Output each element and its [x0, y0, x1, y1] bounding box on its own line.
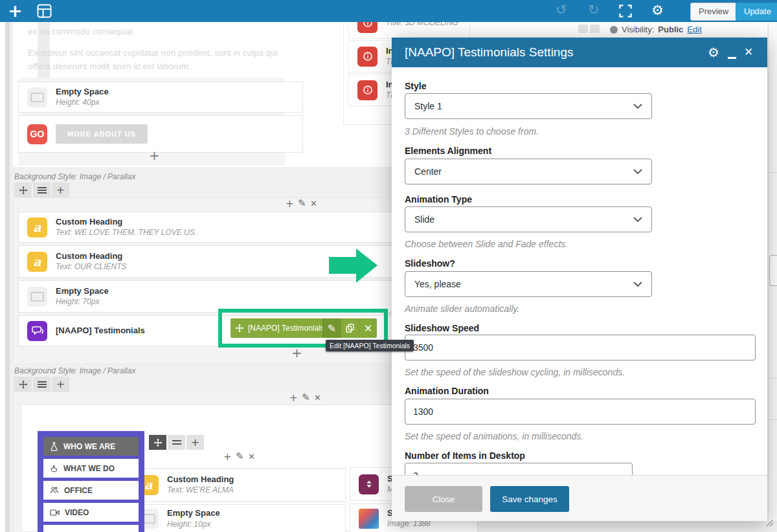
update-button[interactable]: Update	[736, 3, 777, 21]
menu-item-who-we-are[interactable]: WHO WE ARE	[43, 437, 139, 456]
edit-row-icon[interactable]: ✎	[302, 393, 310, 403]
chevron-down-icon	[633, 169, 642, 174]
slideshow-speed-input[interactable]	[405, 335, 756, 360]
add-widget-plus-icon[interactable]: +	[149, 149, 160, 162]
empty-space-icon	[27, 87, 47, 107]
background-style-label-1: Background Style: Image / Parallax	[14, 172, 135, 181]
page-left-strip	[5, 22, 10, 532]
empty-space-icon	[27, 287, 47, 307]
hand-tool-icon	[50, 464, 58, 473]
button-widget[interactable]: GO MORE ABOUT US	[18, 115, 303, 153]
custom-heading-widget-1[interactable]: a Custom Heading Text: WE LOVE THEM. THE…	[18, 212, 412, 243]
animation-type-select[interactable]: Slide	[405, 206, 652, 232]
visibility-edit-link[interactable]: Edit	[687, 25, 701, 34]
menu-item-video[interactable]: VIDEO	[43, 503, 139, 522]
minimize-icon[interactable]	[728, 57, 736, 59]
menu-item-label: WHO WE ARE	[63, 442, 115, 451]
move-cell-button[interactable]	[149, 435, 166, 450]
edit-row-icon[interactable]: ✎	[298, 199, 306, 208]
custom-heading-widget-3[interactable]: a Custom Heading Text: WE'RE ALMA	[130, 468, 346, 502]
more-about-us-button[interactable]: MORE ABOUT US	[56, 124, 148, 144]
green-pointer-arrow	[327, 247, 379, 285]
delete-row-icon[interactable]: ✕	[314, 393, 321, 402]
widget-title: Empty Space	[56, 87, 109, 97]
modal-close-icon[interactable]: ✕	[744, 45, 753, 58]
custom-heading-icon: a	[27, 252, 47, 272]
lorem-paragraph-2: Excepteur sint occaecat cupidatat non pr…	[28, 46, 282, 73]
lorem-line-1: ex ea commodo consequat.	[28, 25, 282, 38]
select-value: Yes, please	[414, 279, 461, 289]
page-left-margin	[0, 22, 5, 532]
input-fragment	[769, 255, 777, 286]
row-layout-button[interactable]	[33, 183, 51, 197]
animation-duration-input[interactable]	[405, 399, 756, 425]
menu-item-office[interactable]: OFFICE	[43, 481, 139, 500]
visibility-eye-icon	[610, 26, 618, 34]
edit-widget-icon[interactable]: ✎	[322, 318, 341, 338]
delete-widget-icon[interactable]: ✕	[359, 318, 377, 338]
move-widget-icon[interactable]	[231, 324, 248, 333]
nav-menu-widget[interactable]: WHO WE ARE WHAT WE DO OFFICE VIDEO	[38, 431, 144, 532]
row-toolbar-1: +	[14, 183, 69, 197]
layout-icon[interactable]	[37, 4, 52, 21]
row-layout-button[interactable]	[33, 377, 51, 392]
style-select[interactable]: Style 1	[405, 93, 652, 119]
gear-icon[interactable]: ⚙	[651, 3, 664, 18]
slideshow-select[interactable]: Yes, please	[405, 271, 652, 297]
menu-item-what-we-do[interactable]: WHAT WE DO	[43, 459, 139, 478]
underlying-panel-sliver	[768, 22, 777, 521]
menu-item-partial[interactable]	[43, 525, 139, 532]
add-row-button[interactable]: +	[52, 377, 69, 392]
add-cell-button[interactable]: +	[186, 435, 204, 450]
add-widget-topbar-icon[interactable]: +	[8, 1, 23, 21]
fullscreen-icon[interactable]	[619, 5, 632, 20]
redo-icon[interactable]: ↻	[588, 2, 600, 17]
background-style-label-2: Background Style: Image / Parallax	[14, 366, 135, 375]
widget-title: Empty Space	[56, 286, 109, 296]
field-help: Animate slider automatically.	[405, 304, 519, 314]
move-row-button[interactable]	[14, 377, 32, 392]
select-value: Style 1	[414, 101, 442, 111]
move-row-button[interactable]	[14, 183, 32, 197]
field-help: Set the speed of the slideshow cycling, …	[405, 367, 625, 377]
testimonials-chat-icon	[27, 321, 47, 341]
empty-space-widget-2[interactable]: Empty Space Height: 70px	[18, 280, 412, 313]
close-button[interactable]: Close	[405, 486, 482, 512]
widget-meta: Height: 70px	[56, 297, 109, 307]
modal-header: [NAAPO] Testimonials Settings ⚙ ✕	[392, 38, 767, 67]
image-thumbnail	[359, 509, 379, 529]
add-widget-icon[interactable]: +	[286, 199, 294, 209]
add-widget-icon[interactable]: +	[223, 452, 232, 462]
row-toolbar-2: +	[14, 377, 69, 392]
empty-space-widget-1[interactable]: Empty Space Height: 40px	[18, 82, 303, 113]
cell-layout-button[interactable]	[168, 435, 185, 450]
add-widget-plus-icon[interactable]: +	[291, 346, 302, 359]
modal-gear-icon[interactable]: ⚙	[708, 45, 719, 60]
delete-row-icon[interactable]: ✕	[310, 199, 317, 208]
widget-meta: Height: 40px	[56, 98, 109, 107]
page-builder-screen: ex ea commodo consequat. Excepteur sint …	[0, 0, 777, 532]
save-changes-button[interactable]: Save changes	[490, 486, 569, 512]
field-label-alignment: Elements Alignment	[405, 146, 491, 156]
preview-button[interactable]: Preview	[690, 3, 737, 21]
alignment-select[interactable]: Center	[405, 159, 652, 184]
widget-meta: Text: WE'RE ALMA	[167, 485, 234, 495]
resize-grip-icon[interactable]	[764, 517, 774, 527]
menu-item-label: VIDEO	[65, 508, 89, 517]
empty-space-widget-3[interactable]: Empty Space Height: 10px	[130, 504, 346, 532]
custom-heading-icon: a	[27, 217, 47, 238]
field-label-slideshow: Slideshow?	[405, 258, 455, 269]
go-button-icon: GO	[27, 124, 47, 144]
cell-toolbar: +	[149, 435, 204, 450]
add-widget-icon[interactable]: +	[289, 393, 298, 403]
duplicate-widget-icon[interactable]	[341, 318, 359, 338]
undo-icon[interactable]: ↺	[556, 2, 567, 17]
add-row-button[interactable]: +	[52, 183, 69, 197]
delete-row-icon[interactable]: ✕	[248, 452, 255, 461]
widget-title: Custom Heading	[167, 474, 234, 485]
edit-row-icon[interactable]: ✎	[236, 452, 244, 461]
widget-title: Custom Heading	[56, 217, 197, 227]
info-icon	[357, 47, 377, 67]
toolbar-widget-label: [NAAPO] Testimonials	[248, 324, 322, 333]
metabox-button-fragment	[578, 25, 588, 33]
